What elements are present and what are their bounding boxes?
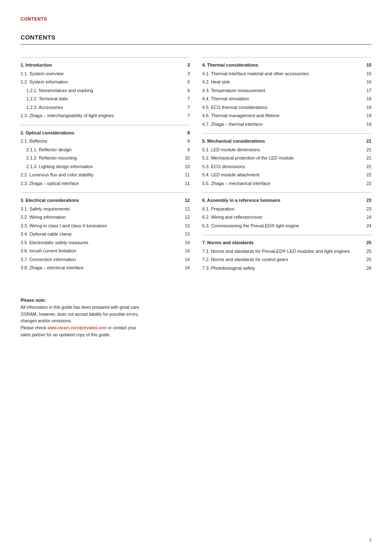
footer-link[interactable]: www.osram.com/prevaled-core bbox=[47, 325, 106, 330]
toc-item-label: 5.3. ECG dimensions bbox=[202, 163, 364, 170]
toc-item-label: 2.1.3. Lighting design information bbox=[26, 163, 182, 170]
toc-item-page: 8 bbox=[182, 138, 190, 145]
toc-item-label: 5.2. Mechanical protection of the LED mo… bbox=[202, 155, 364, 162]
toc-item-row: 5.3. ECG dimensions22 bbox=[202, 162, 371, 171]
toc-item-page: 11 bbox=[182, 171, 190, 178]
toc-item-label: 1.2.1. Nomenclature and marking bbox=[26, 87, 182, 94]
toc-item-row: 7.3. Photobiological safety26 bbox=[202, 264, 371, 273]
toc-item-page: 25 bbox=[364, 248, 371, 255]
toc-item-row: 7.1. Norms and standards for PrevaLED® L… bbox=[202, 247, 371, 256]
toc-item-page: 9 bbox=[182, 146, 190, 153]
toc-section-label: 2. Optical considerations bbox=[21, 130, 182, 136]
toc-item-label: 6.3. Commissioning the PrevaLED® light e… bbox=[202, 222, 364, 229]
toc-item-page: 19 bbox=[364, 121, 371, 128]
toc-container: 1. Introduction31.1. System overview31.2… bbox=[21, 52, 371, 272]
toc-section-page: 15 bbox=[364, 62, 371, 69]
toc-item-row: 3.6. Inrush current limitation14 bbox=[21, 247, 190, 255]
toc-section-header: 2. Optical considerations8 bbox=[21, 129, 190, 137]
toc-item-page: 13 bbox=[182, 231, 190, 238]
toc-item-page: 24 bbox=[364, 222, 371, 229]
toc-item-page: 18 bbox=[364, 95, 371, 102]
toc-item-row: 2.1.2. Reflector mounting10 bbox=[21, 154, 190, 162]
toc-item-row: 3.2. Wiring information12 bbox=[21, 213, 190, 222]
toc-item-row: 2.2. Luminous flux and color stability11 bbox=[21, 171, 190, 179]
toc-item-page: 10 bbox=[182, 155, 190, 162]
toc-section-label: 4. Thermal considerations bbox=[202, 62, 364, 69]
toc-item-row: 3.1. Safety requirements12 bbox=[21, 205, 190, 213]
toc-item-row: 7.2. Norms and standards for control gea… bbox=[202, 255, 371, 264]
toc-item-page: 21 bbox=[364, 146, 371, 153]
toc-item-page: 6 bbox=[182, 79, 190, 86]
toc-item-row: 3.4. Optional cable clamp13 bbox=[21, 230, 190, 238]
toc-item-row: 1.2.1. Nomenclature and marking6 bbox=[21, 86, 190, 95]
toc-item-page: 22 bbox=[364, 171, 371, 178]
toc-item-label: 5.5. Zhaga – mechanical interface bbox=[202, 180, 364, 187]
toc-section-header: 7. Norms and standards25 bbox=[202, 238, 371, 247]
toc-item-label: 1.2.2. Technical data bbox=[26, 95, 182, 102]
toc-item-page: 17 bbox=[364, 87, 371, 94]
toc-item-label: 4.3. Temperature measurement bbox=[202, 87, 364, 94]
footer-note: Please note: All information in this gui… bbox=[21, 297, 371, 338]
toc-item-label: 3.2. Wiring information bbox=[21, 214, 182, 221]
toc-item-label: 3.8. Zhaga – electrical interface bbox=[21, 264, 182, 271]
toc-item-label: 5.1. LED module dimensions bbox=[202, 146, 364, 153]
toc-section-divider bbox=[202, 235, 371, 235]
toc-item-label: 7.3. Photobiological safety bbox=[202, 265, 364, 272]
toc-item-page: 3 bbox=[182, 70, 190, 77]
toc-section-label: 7. Norms and standards bbox=[202, 239, 364, 246]
toc-item-row: 2.1. Reflector8 bbox=[21, 137, 190, 146]
toc-item-page: 10 bbox=[182, 163, 190, 170]
toc-section-header: 3. Electrical considerations12 bbox=[21, 196, 190, 205]
toc-section-divider bbox=[21, 192, 190, 193]
toc-section-header: 5. Mechanical considerations21 bbox=[202, 137, 371, 146]
toc-item-row: 2.3. Zhaga – optical interface11 bbox=[21, 179, 190, 188]
toc-item-row: 4.1. Thermal interface material and othe… bbox=[202, 69, 371, 78]
toc-section-page: 25 bbox=[364, 239, 371, 246]
toc-item-row: 1.2.3. Accessories7 bbox=[21, 103, 190, 112]
toc-section-page: 23 bbox=[364, 197, 371, 204]
toc-item-label: 6.1. Preparation bbox=[202, 206, 364, 213]
toc-item-page: 22 bbox=[364, 163, 371, 170]
toc-section-header: 4. Thermal considerations15 bbox=[202, 61, 371, 69]
toc-item-page: 12 bbox=[182, 206, 190, 213]
toc-item-label: 4.7. Zhaga – thermal interface bbox=[202, 121, 364, 128]
toc-item-row: 4.3. Temperature measurement17 bbox=[202, 86, 371, 95]
toc-section-divider bbox=[21, 57, 190, 58]
toc-section-page: 21 bbox=[364, 138, 371, 145]
toc-item-label: 2.1.1. Reflector design bbox=[26, 146, 182, 153]
toc-item-label: 6.2. Wiring and reflector/cover bbox=[202, 214, 364, 221]
toc-item-label: 2.1. Reflector bbox=[21, 138, 182, 145]
footer-note-text: All information in this guide has been p… bbox=[21, 305, 140, 337]
toc-section-label: 1. Introduction bbox=[21, 62, 182, 69]
toc-item-page: 19 bbox=[364, 104, 371, 111]
toc-item-row: 4.7. Zhaga – thermal interface19 bbox=[202, 120, 371, 129]
toc-item-row: 4.5. ECG thermal considerations19 bbox=[202, 103, 371, 112]
toc-item-label: 1.3. Zhaga – interchangeability of light… bbox=[21, 112, 182, 119]
right-column: 4. Thermal considerations154.1. Thermal … bbox=[202, 52, 371, 272]
toc-section-label: 6. Assembly in a reference luminaire bbox=[202, 197, 364, 204]
toc-item-page: 23 bbox=[364, 206, 371, 213]
toc-item-page: 14 bbox=[182, 247, 190, 254]
toc-item-label: 4.1. Thermal interface material and othe… bbox=[202, 70, 364, 77]
toc-item-page: 13 bbox=[182, 222, 190, 229]
toc-section-page: 12 bbox=[182, 197, 190, 204]
toc-item-page: 7 bbox=[182, 104, 190, 111]
toc-item-label: 3.7. Connection information bbox=[21, 256, 182, 263]
left-column: 1. Introduction31.1. System overview31.2… bbox=[21, 52, 190, 272]
toc-item-row: 1.3. Zhaga – interchangeability of light… bbox=[21, 111, 190, 120]
toc-item-label: 2.3. Zhaga – optical interface bbox=[21, 180, 182, 187]
toc-item-label: 4.2. Heat sink bbox=[202, 79, 364, 86]
toc-item-row: 1.2. System information6 bbox=[21, 78, 190, 86]
toc-item-page: 14 bbox=[182, 256, 190, 263]
toc-item-row: 2.1.1. Reflector design9 bbox=[21, 146, 190, 154]
toc-item-page: 15 bbox=[364, 70, 371, 77]
toc-item-label: 3.3. Wiring in class I and class II lumi… bbox=[21, 222, 182, 229]
toc-section-divider bbox=[21, 125, 190, 125]
toc-item-row: 1.1. System overview3 bbox=[21, 69, 190, 78]
toc-item-label: 1.2.3. Accessories bbox=[26, 104, 182, 111]
toc-item-label: 4.6. Thermal management and lifetime bbox=[202, 112, 364, 119]
toc-item-label: 7.2. Norms and standards for control gea… bbox=[202, 256, 364, 263]
toc-item-row: 4.6. Thermal management and lifetime19 bbox=[202, 111, 371, 120]
toc-section-label: 3. Electrical considerations bbox=[21, 197, 182, 204]
toc-item-row: 5.1. LED module dimensions21 bbox=[202, 146, 371, 154]
